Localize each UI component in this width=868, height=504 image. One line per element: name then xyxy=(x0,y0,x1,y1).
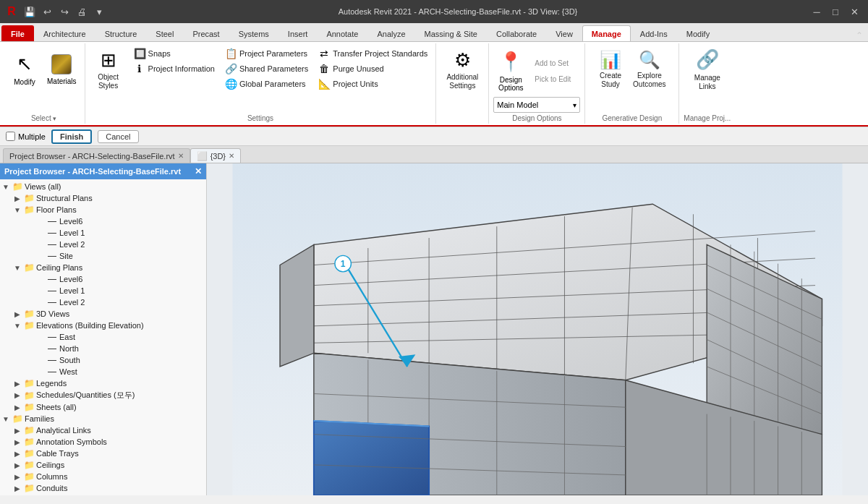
expander-cable-trays[interactable]: ▶ xyxy=(12,450,23,458)
expander-3d-views[interactable]: ▶ xyxy=(12,310,23,318)
main-model-dropdown[interactable]: Main Model ▾ xyxy=(493,97,580,113)
materials-button[interactable]: Materials xyxy=(43,45,80,94)
expander-ceiling-plans[interactable]: ▼ xyxy=(12,264,23,272)
tree-item-views-all[interactable]: ▼ 📁 Views (all) xyxy=(0,181,206,192)
tab-precast[interactable]: Precast xyxy=(183,25,229,41)
tree-item-north[interactable]: · — North xyxy=(0,343,206,354)
tree-item-analytical[interactable]: ▶ 📁 Analytical Links xyxy=(0,424,206,436)
shared-parameters-button[interactable]: 🔗 Shared Parameters xyxy=(221,61,312,76)
snaps-icon: 🔲 xyxy=(134,48,145,59)
expander-columns[interactable]: ▶ xyxy=(12,473,23,481)
project-units-button[interactable]: 📐 Project Units xyxy=(315,77,431,91)
add-to-set-button[interactable]: Add to Set xyxy=(531,56,574,70)
select-dropdown-icon[interactable]: ▾ xyxy=(53,115,56,122)
redo-button[interactable]: ↪ xyxy=(56,4,72,20)
3d-view-tab[interactable]: ⬜ {3D} ✕ xyxy=(190,148,241,163)
pick-to-edit-button[interactable]: Pick to Edit xyxy=(531,72,574,86)
explore-outcomes-button[interactable]: 🔍 ExploreOutcomes xyxy=(629,45,670,94)
expander-ceilings[interactable]: ▶ xyxy=(12,461,23,469)
manage-links-button[interactable]: 🔗 ManageLinks xyxy=(691,45,724,94)
expander-annotation[interactable]: ▶ xyxy=(12,438,23,446)
global-parameters-button[interactable]: 🌐 Global Parameters xyxy=(221,77,312,91)
project-info-button[interactable]: ℹ Project Information xyxy=(130,61,218,76)
tree-item-conduits[interactable]: ▶ 📁 Conduits xyxy=(0,482,206,494)
tab-structure[interactable]: Structure xyxy=(95,25,147,41)
tab-file[interactable]: File xyxy=(1,25,34,41)
cancel-button[interactable]: Cancel xyxy=(98,130,138,143)
pb-close-icon[interactable]: ✕ xyxy=(195,166,202,176)
tree-item-level6-fp[interactable]: · — Level6 xyxy=(0,215,206,227)
additional-settings-button[interactable]: ⚙ AdditionalSettings xyxy=(441,45,484,94)
expander-sheets[interactable]: ▶ xyxy=(12,403,23,411)
project-parameters-button[interactable]: 📋 Project Parameters xyxy=(221,46,312,61)
snaps-button[interactable]: 🔲 Snaps xyxy=(130,46,218,61)
tree-item-floor-plans[interactable]: ▼ 📁 Floor Plans xyxy=(0,204,206,215)
print-button[interactable]: 🖨 xyxy=(74,4,90,20)
close-button[interactable]: ✕ xyxy=(846,4,862,20)
pb-title: Project Browser - ARCH-Selecting-BaseFil… xyxy=(4,167,181,176)
finish-button[interactable]: Finish xyxy=(51,129,92,144)
maximize-button[interactable]: □ xyxy=(827,4,843,20)
expander-views-all[interactable]: ▼ xyxy=(0,183,12,191)
transfer-standards-button[interactable]: ⇄ Transfer Project Standards xyxy=(315,46,431,61)
tree-item-level6-cp[interactable]: · — Level6 xyxy=(0,273,206,285)
pb-tab-close-icon[interactable]: ✕ xyxy=(178,152,184,160)
tab-systems[interactable]: Systems xyxy=(229,25,278,41)
expander-legends[interactable]: ▶ xyxy=(12,380,23,388)
expander-schedules[interactable]: ▶ xyxy=(12,391,23,399)
tree-item-3d-views[interactable]: ▶ 📁 3D Views xyxy=(0,308,206,320)
create-study-button[interactable]: 📊 CreateStudy xyxy=(595,45,626,94)
qat-dropdown[interactable]: ▾ xyxy=(91,4,107,20)
tab-architecture[interactable]: Architecture xyxy=(34,25,95,41)
expander-analytical[interactable]: ▶ xyxy=(12,427,23,435)
tab-addins[interactable]: Add-Ins xyxy=(631,25,677,41)
tree-item-level2-cp[interactable]: · — Level 2 xyxy=(0,296,206,308)
3d-tab-close-icon[interactable]: ✕ xyxy=(229,152,234,160)
tree-item-legends[interactable]: ▶ 📁 Legends xyxy=(0,377,206,389)
tab-view[interactable]: View xyxy=(546,25,582,41)
tree-item-ceiling-plans[interactable]: ▼ 📁 Ceiling Plans xyxy=(0,262,206,273)
expander-floor-plans[interactable]: ▼ xyxy=(12,206,23,214)
object-styles-button[interactable]: ⊞ ObjectStyles xyxy=(90,45,127,94)
tree-item-level2-fp[interactable]: · — Level 2 xyxy=(0,239,206,250)
tree-item-site-fp[interactable]: · — Site xyxy=(0,250,206,262)
expander-elevations[interactable]: ▼ xyxy=(12,322,23,330)
ribbon-group-project-location: 📍 DesignOptions Add to Set Pick to Edit … xyxy=(489,43,585,124)
tree-item-annotation[interactable]: ▶ 📁 Annotation Symbols xyxy=(0,436,206,448)
multiple-checkbox[interactable] xyxy=(6,132,15,141)
tree-item-level1-fp[interactable]: · — Level 1 xyxy=(0,227,206,239)
tree-item-sheets[interactable]: ▶ 📁 Sheets (all) xyxy=(0,401,206,413)
tree-item-columns[interactable]: ▶ 📁 Columns xyxy=(0,471,206,482)
tab-annotate[interactable]: Annotate xyxy=(317,25,367,41)
ribbon-collapse[interactable]: ⌃ xyxy=(854,30,865,41)
tab-modify[interactable]: Modify xyxy=(677,25,719,41)
tree-item-families[interactable]: ▼ 📁 Families xyxy=(0,413,206,424)
tab-steel[interactable]: Steel xyxy=(146,25,183,41)
tab-manage[interactable]: Manage xyxy=(582,25,631,41)
tree-item-schedules[interactable]: ▶ 📁 Schedules/Quantities (모두) xyxy=(0,389,206,401)
tree-item-level1-cp[interactable]: · — Level 1 xyxy=(0,285,206,296)
location-button[interactable]: 📍 DesignOptions xyxy=(493,46,528,95)
tab-analyze[interactable]: Analyze xyxy=(367,25,414,41)
tab-massing[interactable]: Massing & Site xyxy=(415,25,487,41)
expander-families[interactable]: ▼ xyxy=(0,415,12,423)
project-browser-view-tab[interactable]: Project Browser - ARCH-Selecting-BaseFil… xyxy=(3,148,190,163)
tab-collaborate[interactable]: Collaborate xyxy=(487,25,546,41)
tree-item-west[interactable]: · — West xyxy=(0,366,206,377)
tree-item-east[interactable]: · — East xyxy=(0,331,206,343)
tab-insert[interactable]: Insert xyxy=(278,25,318,41)
save-button[interactable]: 💾 xyxy=(22,4,38,20)
modify-button[interactable]: ↖ Modify xyxy=(7,45,42,94)
purge-unused-button[interactable]: 🗑 Purge Unused xyxy=(315,61,431,76)
expander-structural[interactable]: ▶ xyxy=(12,195,23,202)
tree-item-ceilings[interactable]: ▶ 📁 Ceilings xyxy=(0,459,206,471)
tree-item-cable-trays[interactable]: ▶ 📁 Cable Trays xyxy=(0,448,206,459)
tree-item-elevations[interactable]: ▼ 📁 Elevations (Building Elevation) xyxy=(0,320,206,331)
tree-item-structural-plans[interactable]: ▶ 📁 Structural Plans xyxy=(0,192,206,204)
viewport-3d[interactable]: 1 xyxy=(207,163,868,495)
minimize-button[interactable]: ─ xyxy=(809,4,825,20)
undo-button[interactable]: ↩ xyxy=(39,4,55,20)
tree-item-south[interactable]: · — South xyxy=(0,354,206,366)
expander-conduits[interactable]: ▶ xyxy=(12,484,23,492)
pb-content[interactable]: ▼ 📁 Views (all) ▶ 📁 Structural Plans ▼ 📁… xyxy=(0,179,206,495)
